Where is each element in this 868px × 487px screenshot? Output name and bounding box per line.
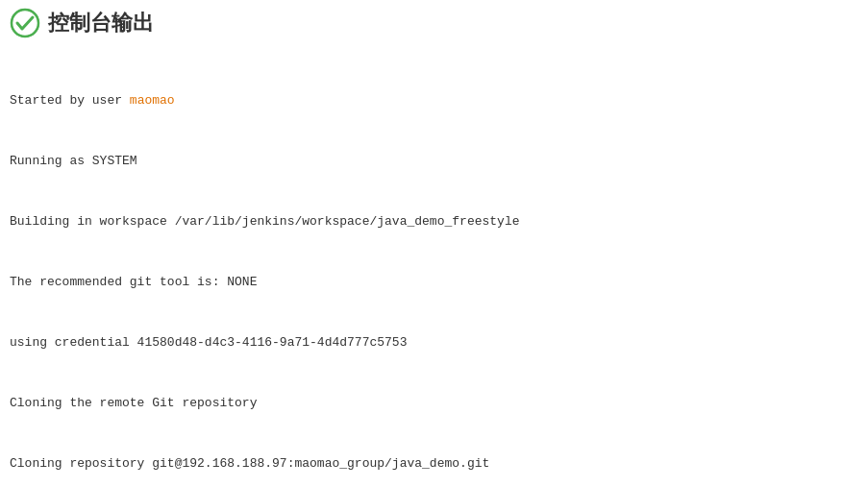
line-running: Running as SYSTEM bbox=[10, 151, 858, 171]
line-cloning-remote: Cloning the remote Git repository bbox=[10, 393, 858, 413]
line-recommended: The recommended git tool is: NONE bbox=[10, 272, 858, 292]
console-output: Started by user maomao Running as SYSTEM… bbox=[0, 46, 868, 487]
page-title: 控制台输出 bbox=[48, 9, 154, 37]
username-highlight: maomao bbox=[130, 93, 175, 108]
check-circle-icon bbox=[10, 8, 40, 38]
line-building: Building in workspace /var/lib/jenkins/w… bbox=[10, 211, 858, 231]
line-started: Started by user maomao bbox=[10, 90, 858, 110]
line-credential: using credential 41580d48-d4c3-4116-9a71… bbox=[10, 332, 858, 353]
console-header: 控制台输出 bbox=[0, 0, 868, 46]
line-cloning-repo: Cloning repository git@192.168.188.97:ma… bbox=[10, 453, 858, 474]
